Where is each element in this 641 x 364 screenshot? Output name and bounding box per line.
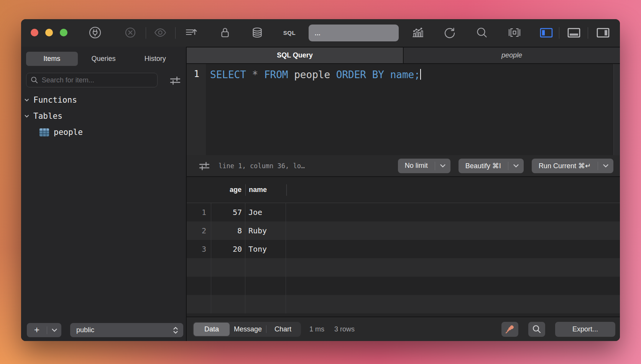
table-row[interactable]: 1 57 Joe <box>187 203 620 221</box>
tree-item-table-people[interactable]: people <box>21 124 186 140</box>
sql-mode-label[interactable]: SQL <box>280 25 299 40</box>
limit-button[interactable]: No limit <box>398 159 450 173</box>
cell-age[interactable]: 20 <box>211 240 245 258</box>
cell-name[interactable]: Ruby <box>245 221 286 240</box>
sidebar-tab-history[interactable]: History <box>129 52 181 66</box>
filter-sliders-icon[interactable] <box>169 75 181 86</box>
cell-empty <box>211 295 245 313</box>
row-count: 3 rows <box>334 325 355 333</box>
result-view-segmented-control: Data Message Chart <box>193 322 301 337</box>
table-row-empty <box>187 277 620 295</box>
cell-name[interactable]: Tony <box>245 240 286 258</box>
search-icon <box>532 324 542 334</box>
cell-empty <box>286 221 620 240</box>
line-number: 1 <box>194 69 199 79</box>
table-icon <box>39 128 49 137</box>
code-token: FROM <box>264 69 288 80</box>
panel-left-icon[interactable] <box>539 25 554 40</box>
search-icon[interactable] <box>475 25 489 40</box>
refresh-icon[interactable] <box>442 25 457 40</box>
row-number <box>187 258 211 277</box>
tab-people[interactable]: people <box>404 48 620 63</box>
cell-name[interactable]: Joe <box>245 203 286 221</box>
chevron-down-icon[interactable] <box>508 164 524 168</box>
editor-status-bar: line 1, column 36, lo… No limit Beautify… <box>187 155 620 176</box>
button-label: Beautify ⌘I <box>459 162 508 170</box>
pin-icon <box>505 324 515 334</box>
tree-group-functions[interactable]: Functions <box>21 92 186 108</box>
cell-empty <box>286 277 620 295</box>
cell-age[interactable]: 8 <box>211 221 245 240</box>
item-search-field[interactable] <box>26 73 158 87</box>
row-number <box>187 295 211 313</box>
address-field[interactable]: ... <box>309 25 399 41</box>
eye-icon[interactable] <box>153 25 168 40</box>
plug-icon[interactable] <box>88 25 102 40</box>
code-line: SELECT * FROM people ORDER BY name; <box>210 68 620 82</box>
code-token: people <box>288 69 336 80</box>
results-header-row: age name <box>187 177 620 203</box>
cursor-position-status: line 1, column 36, lo… <box>219 162 305 170</box>
row-number-header <box>187 177 211 203</box>
plus-label: + <box>27 325 47 336</box>
tree-group-tables[interactable]: Tables <box>21 108 186 124</box>
run-current-button[interactable]: Run Current ⌘↵ <box>532 159 613 173</box>
disconnect-icon[interactable] <box>123 25 138 40</box>
chevron-down-icon[interactable] <box>435 164 450 168</box>
column-label: name <box>249 186 267 194</box>
editor-scrollbar[interactable] <box>613 64 620 155</box>
table-row[interactable]: 2 8 Ruby <box>187 221 620 240</box>
chart-icon[interactable] <box>411 25 425 40</box>
schema-select[interactable]: public <box>70 323 183 337</box>
panel-right-icon[interactable] <box>596 25 610 40</box>
row-number <box>187 277 211 295</box>
database-icon[interactable] <box>250 25 265 40</box>
cell-age[interactable]: 57 <box>211 203 245 221</box>
tab-label: SQL Query <box>277 51 313 59</box>
segment-chart[interactable]: Chart <box>266 323 299 336</box>
tab-label: History <box>145 55 166 63</box>
column-divider[interactable] <box>286 184 287 196</box>
beautify-button[interactable]: Beautify ⌘I <box>459 159 524 173</box>
limit-frame-icon[interactable] <box>507 25 522 40</box>
tab-label: people <box>501 51 522 59</box>
minimize-window-button[interactable] <box>45 29 53 36</box>
cell-empty <box>286 295 620 313</box>
search-results-button[interactable] <box>528 322 545 337</box>
close-window-button[interactable] <box>31 29 38 36</box>
row-number: 2 <box>187 221 211 240</box>
sql-editor[interactable]: 1 SELECT * FROM people ORDER BY name; <box>187 64 620 155</box>
add-item-button[interactable]: + <box>27 323 61 337</box>
cell-empty <box>211 277 245 295</box>
lock-icon[interactable] <box>218 25 232 40</box>
tab-sql-query[interactable]: SQL Query <box>187 48 403 63</box>
export-button[interactable]: Export... <box>555 322 615 337</box>
sidebar-tab-queries[interactable]: Queries <box>78 52 130 66</box>
segment-message[interactable]: Message <box>230 323 266 336</box>
chevron-down-icon[interactable] <box>598 164 613 168</box>
query-time: 1 ms <box>309 325 324 333</box>
item-tree: Functions Tables people <box>21 92 186 140</box>
segment-data[interactable]: Data <box>194 323 230 336</box>
pin-button[interactable] <box>501 322 518 337</box>
column-header-age[interactable]: age <box>211 177 245 203</box>
zoom-window-button[interactable] <box>60 29 67 36</box>
main-area: SQL Query people 1 SELECT * FROM people … <box>187 47 620 341</box>
code-area[interactable]: SELECT * FROM people ORDER BY name; <box>206 64 620 155</box>
address-value: ... <box>315 30 321 36</box>
table-row[interactable]: 3 20 Tony <box>187 240 620 258</box>
chevron-down-icon[interactable] <box>47 328 61 332</box>
sidebar-tab-bar: Items Queries History <box>21 52 186 66</box>
sidebar-tab-items[interactable]: Items <box>26 52 78 66</box>
code-token <box>384 69 390 80</box>
chevron-down-icon <box>24 97 30 103</box>
search-input[interactable] <box>42 76 153 84</box>
panel-bottom-icon[interactable] <box>567 25 581 40</box>
cell-empty <box>211 258 245 277</box>
button-label: Run Current ⌘↵ <box>532 162 598 170</box>
toolbar-divider <box>588 27 588 39</box>
editor-settings-sliders-icon[interactable] <box>199 161 210 171</box>
log-export-icon[interactable] <box>184 25 199 40</box>
column-header-name[interactable]: name <box>246 177 286 203</box>
row-number: 3 <box>187 240 211 258</box>
